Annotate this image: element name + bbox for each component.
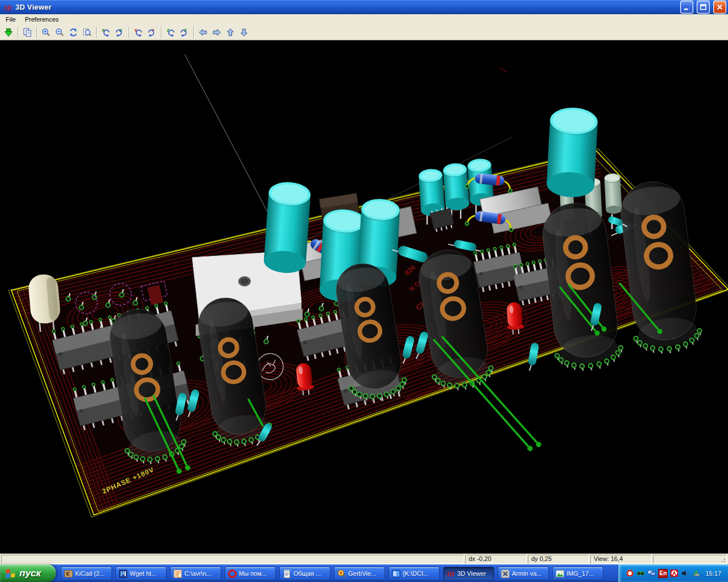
toolbar-separator: [96, 27, 97, 38]
task-label: Wget ht...: [130, 570, 164, 577]
toolbar-separator: [36, 27, 37, 38]
image-viewer-icon: [555, 569, 564, 578]
move-up-button[interactable]: [224, 26, 237, 39]
language-indicator[interactable]: En: [658, 569, 668, 578]
3d-viewer-icon: 3D: [446, 569, 455, 578]
wget-icon: [118, 569, 127, 578]
move-down-icon: [239, 27, 249, 38]
status-view: View: 16,4: [590, 555, 652, 564]
status-extra: [653, 555, 727, 564]
rotate-y-ccw-icon: Y: [133, 27, 143, 38]
task-label: Общая ...: [293, 570, 328, 577]
rotate-z-ccw-icon: Z: [166, 27, 176, 38]
zoom-in-button[interactable]: [39, 26, 53, 39]
task-label: Armin va...: [512, 570, 546, 577]
toolbar-separator: [18, 27, 18, 38]
reload-board-button[interactable]: [2, 26, 15, 39]
menu-bar: File Preferences: [0, 14, 728, 25]
start-button[interactable]: пуск: [0, 564, 56, 582]
taskbar-task-opera[interactable]: Мы пом...: [225, 567, 276, 580]
rotate-x-ccw-icon: X: [101, 27, 111, 38]
volume-icon[interactable]: [681, 569, 689, 577]
rotate-y-neg-button[interactable]: Y: [131, 26, 145, 39]
task-label: KiCad (2...: [75, 570, 109, 577]
move-right-icon: [212, 27, 222, 38]
task-label: Мы пом...: [239, 570, 273, 577]
task-label: {K:\DCI...: [403, 570, 437, 577]
media-player-icon: [500, 569, 510, 578]
menu-file[interactable]: File: [1, 15, 20, 24]
start-label: пуск: [19, 568, 41, 579]
resize-grip[interactable]: [720, 557, 726, 563]
rotate-x-pos-button[interactable]: X: [113, 26, 126, 39]
3d-viewer-window: 3D 3D Viewer File Preferences X X Y Y Z …: [0, 0, 728, 564]
taskbar-task-cmd[interactable]: C:\avr\n...: [170, 567, 221, 580]
status-dy: dy 0,25: [528, 555, 589, 564]
svg-text:3D: 3D: [446, 570, 454, 577]
window-title: 3D Viewer: [15, 3, 677, 11]
maximize-button[interactable]: [697, 1, 710, 14]
move-left-icon: [198, 27, 208, 38]
move-down-button[interactable]: [237, 26, 251, 39]
document-icon: [282, 569, 291, 578]
network-icon[interactable]: [647, 569, 656, 577]
close-icon: [715, 3, 724, 11]
redraw-icon: [68, 27, 78, 38]
cmd-file-icon: [173, 569, 182, 578]
kicad-icon: [64, 569, 73, 578]
taskbar-task-gerbview[interactable]: GerbVie...: [334, 567, 385, 580]
taskbar-task-kicad-project[interactable]: {K:\DCI...: [388, 567, 440, 580]
windows-flag-icon: [5, 568, 16, 579]
taskbar-task-doc[interactable]: Общая ...: [279, 567, 330, 580]
taskbar-task-media-player[interactable]: Armin va...: [498, 567, 549, 580]
rotate-z-cw-icon: Z: [179, 27, 189, 38]
opera-icon: [228, 569, 237, 578]
rotate-x-cw-icon: X: [114, 27, 125, 38]
rotate-y-pos-button[interactable]: Y: [145, 26, 159, 39]
taskbar-task-wget[interactable]: Wget ht...: [115, 567, 167, 580]
status-dx: dx -0,20: [465, 555, 527, 564]
taskbar-task-kicad[interactable]: KiCad (2...: [61, 567, 112, 580]
minimize-button[interactable]: [680, 1, 693, 14]
maximize-icon: [699, 3, 708, 11]
minimize-icon: [682, 3, 691, 11]
reload-board-icon: [3, 27, 14, 38]
move-right-button[interactable]: [210, 26, 224, 39]
task-label: C:\avr\n...: [184, 570, 218, 577]
rotate-y-cw-icon: Y: [147, 27, 157, 38]
zoom-out-icon: [55, 27, 65, 38]
redraw-button[interactable]: [67, 26, 80, 39]
copy-image-icon: [22, 27, 32, 38]
zoom-in-icon: [41, 27, 51, 38]
task-label: 3D Viewer: [457, 570, 491, 577]
avira-antivirus-icon[interactable]: [670, 569, 679, 577]
zoom-fit-button[interactable]: [80, 26, 94, 39]
move-up-icon: [225, 27, 235, 38]
taskbar-task-image-viewer[interactable]: IMG_17...: [552, 567, 603, 580]
toolbar-separator: [161, 27, 162, 38]
title-bar: 3D 3D Viewer: [0, 0, 728, 14]
kicad-project-icon: [391, 569, 400, 578]
close-button[interactable]: [713, 1, 726, 14]
copy-image-button[interactable]: [20, 26, 34, 39]
task-label: GerbVie...: [348, 570, 382, 577]
menu-preferences[interactable]: Preferences: [20, 15, 63, 24]
taskbar: пуск KiCad (2... Wget ht... C:\avr\n... …: [0, 564, 728, 582]
3d-viewport[interactable]: 826 N Corp. CLOCK u30.ru 2PHASE +180V: [0, 40, 728, 554]
tray-clock: 15:17: [705, 570, 721, 577]
rotate-z-pos-button[interactable]: Z: [177, 26, 191, 39]
qip-messenger-icon[interactable]: [636, 569, 645, 577]
rotate-z-neg-button[interactable]: Z: [164, 26, 177, 39]
taskbar-tasks: KiCad (2... Wget ht... C:\avr\n... Мы по…: [61, 567, 618, 580]
zoom-out-button[interactable]: [53, 26, 67, 39]
rotate-x-neg-button[interactable]: X: [99, 26, 113, 39]
move-left-button[interactable]: [196, 26, 210, 39]
toolbar: X X Y Y Z Z: [0, 25, 728, 40]
usb-eject-icon[interactable]: [692, 569, 700, 577]
task-label: IMG_17...: [566, 570, 601, 577]
taskbar-task-3d-viewer[interactable]: 3D3D Viewer: [443, 567, 494, 580]
toolbar-separator: [129, 27, 129, 38]
gerbview-icon: [337, 569, 346, 578]
pcb-3d-render: 826 N Corp. CLOCK u30.ru 2PHASE +180V: [0, 40, 728, 554]
opera-tray-icon[interactable]: [626, 569, 634, 577]
